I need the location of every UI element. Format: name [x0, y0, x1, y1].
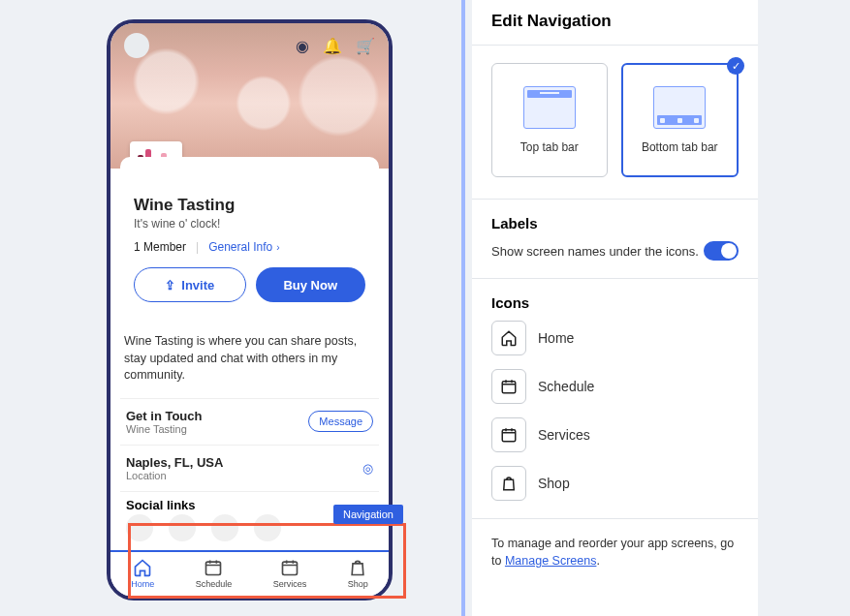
- icons-heading: Icons: [491, 294, 739, 311]
- tab-label: Schedule: [196, 579, 233, 589]
- option-label: Bottom tab bar: [642, 140, 718, 154]
- icon-row-shop[interactable]: Shop: [491, 466, 739, 501]
- bag-icon[interactable]: [491, 466, 526, 501]
- divider: |: [196, 240, 199, 254]
- location-sub: Location: [126, 470, 223, 481]
- hero-image: ◉ 🔔 🛒: [110, 23, 389, 169]
- footer-note: To manage and reorder your app screens, …: [472, 519, 758, 585]
- contact-heading: Get in Touch: [126, 409, 202, 423]
- icon-row-schedule[interactable]: Schedule: [491, 369, 739, 404]
- calendar-icon: [280, 558, 299, 577]
- home-icon[interactable]: [491, 321, 526, 355]
- tab-label: Shop: [348, 579, 368, 589]
- footer-text: .: [596, 554, 599, 568]
- top-tab-preview-icon: [523, 86, 576, 129]
- community-description: Wine Tasting is where you can share post…: [124, 333, 375, 385]
- chevron-right-icon: ›: [276, 242, 279, 253]
- panel-heading: Edit Navigation: [472, 0, 758, 46]
- option-bottom-tab-bar[interactable]: ✓ Bottom tab bar: [621, 63, 740, 177]
- icon-row-services[interactable]: Services: [491, 417, 739, 452]
- invite-label: Invite: [181, 278, 214, 293]
- calendar-icon: [204, 558, 223, 577]
- labels-description: Show screen names under the icons.: [491, 244, 699, 259]
- manage-screens-link[interactable]: Manage Screens: [505, 554, 597, 568]
- social-link[interactable]: [254, 514, 281, 541]
- icon-row-home[interactable]: Home: [491, 321, 739, 355]
- buy-now-label: Buy Now: [283, 278, 337, 293]
- edit-navigation-panel: Edit Navigation Top tab bar ✓ Bottom tab…: [472, 0, 758, 616]
- general-info-link[interactable]: General Info ›: [208, 240, 279, 254]
- tab-services[interactable]: Services: [273, 558, 307, 589]
- calendar-icon[interactable]: [491, 369, 526, 404]
- share-icon: ⇪: [165, 278, 175, 293]
- social-link[interactable]: [211, 514, 238, 541]
- social-link[interactable]: [169, 514, 196, 541]
- avatar[interactable]: [124, 33, 149, 58]
- labels-toggle[interactable]: [704, 241, 739, 261]
- icon-label: Services: [538, 427, 590, 443]
- tab-label: Home: [131, 579, 154, 589]
- pin-icon: ◎: [362, 461, 373, 476]
- tab-schedule[interactable]: Schedule: [196, 558, 233, 589]
- message-button[interactable]: Message: [308, 411, 373, 432]
- bottom-tab-preview-icon: [653, 86, 706, 129]
- bottom-tab-bar: Home Schedule Services Shop: [110, 550, 389, 597]
- tab-label: Services: [273, 579, 307, 589]
- icon-label: Home: [538, 330, 574, 346]
- navigation-badge[interactable]: Navigation: [333, 505, 403, 524]
- home-icon: [133, 558, 152, 577]
- cart-icon[interactable]: 🛒: [356, 37, 375, 55]
- tab-shop[interactable]: Shop: [348, 558, 368, 589]
- bag-icon: [348, 558, 367, 577]
- location-row[interactable]: Naples, FL, USA Location ◎: [120, 446, 379, 492]
- svg-rect-1: [282, 562, 297, 574]
- icon-label: Schedule: [538, 379, 594, 394]
- contact-row[interactable]: Get in Touch Wine Tasting Message: [120, 399, 379, 446]
- option-label: Top tab bar: [520, 140, 579, 154]
- check-icon: ✓: [727, 57, 744, 75]
- buy-now-button[interactable]: Buy Now: [256, 267, 366, 302]
- general-info-label: General Info: [208, 240, 272, 254]
- tab-home[interactable]: Home: [131, 558, 154, 589]
- location-heading: Naples, FL, USA: [126, 455, 223, 470]
- divider-accent: [461, 0, 465, 616]
- calendar-icon[interactable]: [491, 417, 526, 452]
- social-link[interactable]: [126, 514, 153, 541]
- icon-label: Shop: [538, 476, 570, 491]
- member-count[interactable]: 1 Member: [134, 240, 186, 254]
- svg-rect-0: [206, 562, 221, 574]
- svg-rect-3: [502, 430, 516, 442]
- community-subtitle: It's wine o' clock!: [134, 217, 365, 231]
- community-title: Wine Tasting: [134, 196, 365, 215]
- contact-sub: Wine Tasting: [126, 423, 202, 435]
- invite-button[interactable]: ⇪ Invite: [134, 267, 246, 302]
- svg-rect-2: [502, 382, 516, 393]
- option-top-tab-bar[interactable]: Top tab bar: [491, 63, 608, 177]
- chat-icon[interactable]: ◉: [296, 37, 309, 55]
- bell-icon[interactable]: 🔔: [323, 37, 342, 55]
- labels-heading: Labels: [491, 215, 739, 231]
